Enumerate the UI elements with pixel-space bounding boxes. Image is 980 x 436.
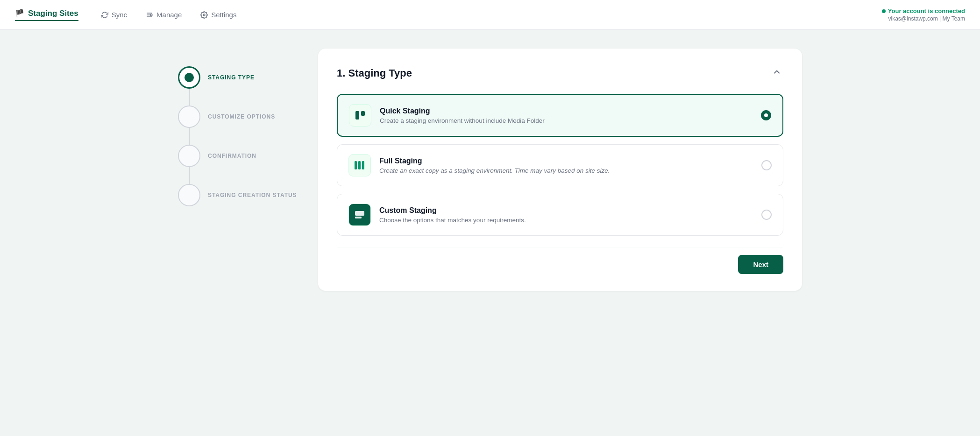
quick-staging-icon [354, 109, 367, 122]
step-creation-status[interactable]: STAGING CREATION STATUS [178, 176, 299, 215]
quick-staging-radio-filled [761, 110, 771, 120]
nav-settings[interactable]: Settings [200, 1, 236, 28]
svg-rect-5 [355, 111, 359, 120]
bottom-bar: Next [337, 247, 783, 274]
my-team-link[interactable]: My Team [943, 15, 965, 22]
step-confirmation[interactable]: CONFIRMATION [178, 136, 299, 176]
nav-items: Sync Manage Settings [101, 1, 882, 28]
quick-staging-radio[interactable] [761, 110, 771, 120]
custom-staging-radio[interactable] [761, 210, 772, 220]
option-quick-staging[interactable]: Quick Staging Create a staging environme… [337, 94, 783, 137]
custom-staging-icon [353, 208, 366, 221]
option-cards: Quick Staging Create a staging environme… [337, 94, 783, 236]
section-header: 1. Staging Type [337, 65, 783, 81]
content-area: 1. Staging Type Quick Staging Create [318, 49, 802, 291]
full-staging-radio[interactable] [761, 160, 772, 170]
full-staging-text: Full Staging Create an exact copy as a s… [379, 157, 753, 174]
step-label-confirmation: CONFIRMATION [208, 153, 256, 159]
manage-icon [146, 11, 153, 19]
custom-staging-icon-wrap [348, 204, 371, 226]
nav-sync[interactable]: Sync [101, 1, 127, 28]
step-circle-creation-status [178, 184, 200, 206]
account-status: Your account is connected [882, 7, 965, 14]
svg-rect-11 [355, 217, 362, 218]
step-label-creation-status: STAGING CREATION STATUS [208, 192, 297, 198]
main-container: STAGING TYPE CUSTOMIZE OPTIONS CONFIRMAT… [163, 30, 817, 309]
nav-settings-label: Settings [211, 11, 236, 19]
step-dot [185, 73, 194, 82]
quick-staging-icon-wrap [349, 104, 371, 127]
step-customize[interactable]: CUSTOMIZE OPTIONS [178, 97, 299, 136]
nav-manage[interactable]: Manage [146, 1, 182, 28]
nav-sync-label: Sync [112, 11, 127, 19]
brand-label: Staging Sites [28, 9, 78, 18]
full-staging-icon [353, 159, 366, 172]
brand[interactable]: 🏴 Staging Sites [15, 9, 78, 21]
full-staging-desc: Create an exact copy as a staging enviro… [379, 167, 753, 174]
account-section: Your account is connected vikas@instawp.… [882, 7, 965, 22]
svg-rect-10 [355, 211, 364, 216]
svg-rect-6 [361, 111, 365, 116]
navbar: 🏴 Staging Sites Sync [0, 0, 980, 30]
next-button[interactable]: Next [738, 255, 783, 274]
step-staging-type[interactable]: STAGING TYPE [178, 58, 299, 97]
custom-staging-text: Custom Staging Choose the options that m… [379, 206, 753, 224]
full-staging-title: Full Staging [379, 157, 753, 165]
step-label-customize: CUSTOMIZE OPTIONS [208, 113, 275, 120]
settings-icon [200, 11, 208, 19]
steps-sidebar: STAGING TYPE CUSTOMIZE OPTIONS CONFIRMAT… [178, 49, 299, 291]
step-circle-confirmation [178, 145, 200, 167]
quick-staging-text: Quick Staging Create a staging environme… [380, 107, 753, 124]
full-staging-icon-wrap [348, 154, 371, 176]
quick-staging-title: Quick Staging [380, 107, 753, 115]
option-custom-staging[interactable]: Custom Staging Choose the options that m… [337, 194, 783, 236]
custom-staging-desc: Choose the options that matches your req… [379, 217, 753, 224]
option-full-staging[interactable]: Full Staging Create an exact copy as a s… [337, 144, 783, 186]
svg-point-4 [203, 14, 205, 16]
account-email: vikas@instawp.com | My Team [882, 15, 965, 22]
nav-manage-label: Manage [156, 11, 182, 19]
svg-rect-7 [355, 161, 357, 169]
svg-rect-8 [358, 161, 361, 169]
step-circle-customize [178, 105, 200, 128]
quick-staging-desc: Create a staging environment without inc… [380, 117, 753, 124]
svg-point-3 [150, 14, 152, 16]
sync-icon [101, 11, 108, 19]
step-circle-staging-type [178, 66, 200, 89]
flag-icon: 🏴 [15, 9, 24, 18]
custom-staging-title: Custom Staging [379, 206, 753, 215]
collapse-button[interactable] [770, 65, 783, 81]
section-title: 1. Staging Type [337, 67, 412, 79]
step-label-staging-type: STAGING TYPE [208, 74, 255, 81]
svg-rect-9 [362, 161, 364, 169]
